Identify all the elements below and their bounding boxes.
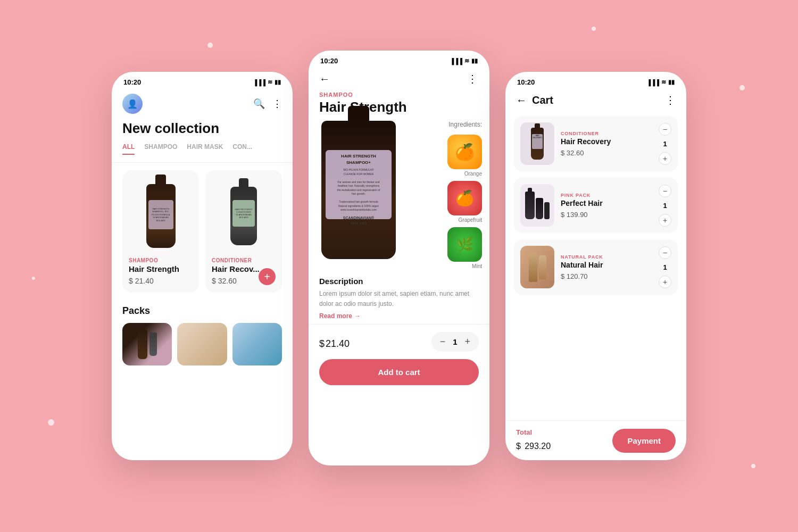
- cart-name-2: Perfect Hair: [561, 199, 652, 207]
- tab-shampoo[interactable]: SHAMPOO: [144, 143, 177, 155]
- cart-item-info-1: CONDITIONER Hair Recovery $ 32.60: [561, 131, 652, 157]
- cart-item-natural-pack: NATURAL PACK Natural Hair $ 120.70 − 1 +: [514, 239, 678, 295]
- decorative-dot: [48, 419, 54, 426]
- cart-increase-2[interactable]: +: [659, 214, 671, 227]
- natural-tube-b: [539, 255, 546, 279]
- products-grid: HAIR STRENGTH SHAMPOO+ BIO-PILIXIN FORMU…: [112, 163, 293, 300]
- pink-bottle-b: [536, 198, 543, 219]
- ingredient-mint: 🌿 Mint: [401, 227, 482, 269]
- decorative-dot: [207, 43, 213, 48]
- wifi-icon-r: ≋: [661, 79, 666, 86]
- collection-title: New collection: [112, 118, 293, 143]
- ingredients-label: Ingredients:: [401, 121, 482, 128]
- search-icon[interactable]: 🔍: [253, 98, 265, 110]
- left-header: 👤 🔍 ⋮: [112, 89, 293, 118]
- decorative-dot: [592, 27, 596, 31]
- cart-footer: Total $ 293.20 Payment: [505, 420, 686, 460]
- phone-center: 10:20 ▐▐▐ ≋ ▮▮ ← ⋮ SHAMPOO Hair Strength…: [309, 51, 489, 466]
- total-amount: $ 293.20: [516, 436, 551, 453]
- cart-decrease-1[interactable]: −: [659, 123, 671, 136]
- tab-conditioner[interactable]: CON...: [232, 143, 252, 155]
- cart-decrease-3[interactable]: −: [659, 246, 671, 259]
- brand-bottom: SCANDINAVIAN®BIOLABS: [329, 215, 388, 227]
- big-product-bottle: HAIR STRENGTH SHAMPOO+ BIO-PILIXIN FORMU…: [321, 121, 396, 259]
- more-options[interactable]: ⋮: [467, 72, 479, 85]
- status-icons-center: ▐▐▐ ≋ ▮▮: [450, 57, 478, 64]
- product-detail-area: HAIR STRENGTH SHAMPOO+ BIO-PILIXIN FORMU…: [309, 121, 489, 269]
- description-section: Description Lorem ipsum dolor sit amet, …: [309, 269, 489, 324]
- detail-product-name: Hair Strength: [309, 99, 489, 121]
- menu-icon[interactable]: ⋮: [272, 98, 282, 110]
- status-icons-left: ▐▐▐ ≋ ▮▮: [253, 79, 281, 86]
- time-right: 10:20: [517, 78, 535, 86]
- cart-increase-1[interactable]: +: [659, 152, 671, 165]
- brand-name: HAIR STRENGTH SHAMPOO+: [329, 153, 388, 166]
- cart-price-3: $ 120.70: [561, 272, 652, 280]
- time-center: 10:20: [320, 57, 338, 65]
- tab-all[interactable]: ALL: [122, 143, 135, 155]
- cart-more-options[interactable]: ⋮: [665, 94, 676, 106]
- avatar[interactable]: 👤: [122, 94, 143, 114]
- cart-category-3: NATURAL PACK: [561, 254, 652, 260]
- bottle-label-conditioner: HAIR RECOVERY CONDITIONER SCANDINAVIAN B…: [232, 200, 255, 227]
- category-tabs: ALL SHAMPOO HAIR MASK CON...: [112, 143, 293, 163]
- cart-decrease-2[interactable]: −: [659, 185, 671, 197]
- qty-decrease[interactable]: −: [440, 336, 446, 347]
- cart-qty-num-3: 1: [663, 263, 667, 271]
- add-to-cart-button[interactable]: Add to cart: [319, 359, 479, 385]
- description-title: Description: [319, 277, 479, 286]
- bottle-label-shampoo: HAIR STRENGTH SHAMPOO+ BIO-PILIXIN FORMU…: [148, 200, 173, 229]
- cart-qty-1: − 1 +: [659, 123, 671, 165]
- pink-pack-bottles: [525, 192, 550, 219]
- mint-image: 🌿: [447, 227, 482, 262]
- pack-thumb-2[interactable]: [177, 323, 227, 365]
- cart-item-info-2: PINK PACK Perfect Hair $ 139.90: [561, 193, 652, 219]
- read-more-link[interactable]: Read more →: [319, 312, 479, 320]
- add-button-conditioner[interactable]: +: [259, 268, 276, 285]
- cart-category-2: PINK PACK: [561, 193, 652, 198]
- cart-back: ← Cart: [516, 94, 553, 106]
- cart-title: Cart: [532, 94, 553, 106]
- arrow-right-icon: →: [354, 312, 361, 320]
- ingredients-column: Ingredients: 🍊 Orange 🍊 Grapefruit 🌿 Min…: [401, 121, 482, 269]
- notch-right: [564, 72, 628, 87]
- product-card-shampoo: HAIR STRENGTH SHAMPOO+ BIO-PILIXIN FORMU…: [122, 170, 199, 293]
- grapefruit-label: Grapefruit: [459, 217, 482, 223]
- pack-thumb-3[interactable]: [232, 323, 282, 365]
- pack-image-3: [232, 323, 282, 365]
- cart-item-img-pink: [520, 184, 554, 227]
- mint-visual: 🌿: [447, 227, 482, 262]
- wifi-icon: ≋: [268, 79, 272, 86]
- decorative-dot: [739, 85, 745, 90]
- grapefruit-image: 🍊: [447, 181, 482, 215]
- phone-right: 10:20 ▐▐▐ ≋ ▮▮ ← Cart ⋮ HAIR RECOVERY CO…: [505, 72, 686, 460]
- tab-hair-mask[interactable]: HAIR MASK: [187, 143, 223, 155]
- bottle-sub-text: BIO-PILIXIN FORMULA®CLEANSE FOR WOMENFor…: [329, 168, 388, 212]
- qty-number: 1: [453, 337, 457, 346]
- product-card-conditioner: HAIR RECOVERY CONDITIONER SCANDINAVIAN B…: [205, 170, 282, 293]
- wifi-icon-c: ≋: [464, 57, 469, 64]
- pack-image-1: [122, 323, 172, 365]
- packs-section: Packs: [112, 300, 293, 371]
- qty-increase[interactable]: +: [464, 336, 470, 347]
- pack-image-2: [177, 323, 227, 365]
- product-image-conditioner: HAIR RECOVERY CONDITIONER SCANDINAVIAN B…: [212, 179, 276, 253]
- buy-price: $21.40: [319, 334, 351, 351]
- grapefruit-visual: 🍊: [447, 181, 482, 215]
- notch-center: [367, 51, 431, 65]
- payment-button[interactable]: Payment: [612, 429, 676, 453]
- center-header: ← ⋮: [309, 68, 489, 89]
- cart-qty-num-1: 1: [663, 140, 667, 148]
- phone-left: 10:20 ▐▐▐ ≋ ▮▮ 👤 🔍 ⋮ New collection ALL …: [112, 72, 293, 460]
- cart-item-conditioner: HAIR RECOVERY CONDITIONER Hair Recovery …: [514, 116, 678, 171]
- description-text: Lorem ipsum dolor sit amet, sapien etiam…: [319, 289, 479, 309]
- bottle-shampoo: HAIR STRENGTH SHAMPOO+ BIO-PILIXIN FORMU…: [146, 184, 176, 248]
- cart-back-arrow[interactable]: ←: [516, 94, 527, 106]
- buy-section: $21.40 − 1 +: [309, 324, 489, 359]
- cart-qty-num-2: 1: [663, 202, 667, 210]
- pack-thumb-1[interactable]: [122, 323, 172, 365]
- back-button[interactable]: ←: [319, 73, 330, 85]
- product-image-shampoo: HAIR STRENGTH SHAMPOO+ BIO-PILIXIN FORMU…: [129, 179, 193, 253]
- signal-icon-c: ▐▐▐: [450, 58, 462, 64]
- cart-increase-3[interactable]: +: [659, 276, 671, 288]
